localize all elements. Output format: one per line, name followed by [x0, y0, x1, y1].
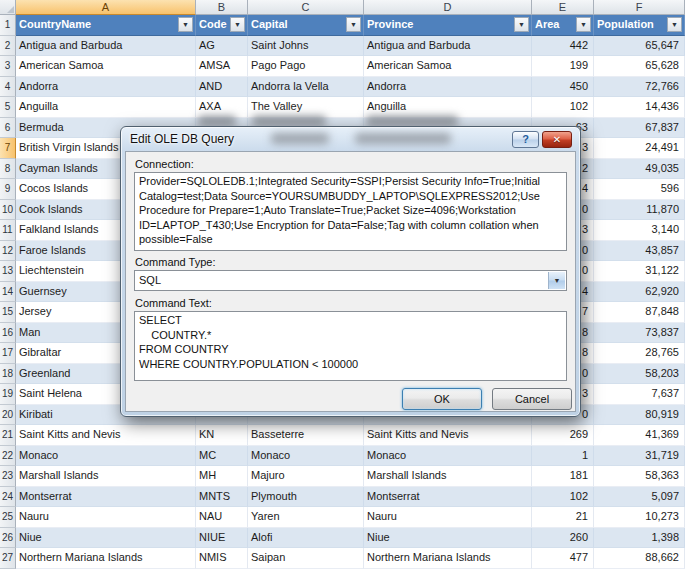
cell-E4[interactable]: 450: [532, 77, 594, 98]
cell-A23[interactable]: Marshall Islands: [16, 466, 196, 487]
filter-dropdown-icon[interactable]: ▼: [667, 17, 682, 32]
cell-F17[interactable]: 28,765: [594, 343, 685, 364]
cell-F7[interactable]: 24,491: [594, 138, 685, 159]
row-header-2[interactable]: 2: [0, 36, 16, 57]
cell-A27[interactable]: Northern Mariana Islands: [16, 548, 196, 569]
cell-F3[interactable]: 65,628: [594, 56, 685, 77]
cell-D22[interactable]: Monaco: [364, 446, 532, 467]
cell-F23[interactable]: 58,363: [594, 466, 685, 487]
cell-F21[interactable]: 41,369: [594, 425, 685, 446]
cell-D3[interactable]: American Samoa: [364, 56, 532, 77]
cell-B21[interactable]: KN: [196, 425, 248, 446]
cell-F22[interactable]: 31,719: [594, 446, 685, 467]
header-cell-A[interactable]: CountryName▼: [16, 15, 196, 36]
combo-dropdown-button[interactable]: ▼: [548, 272, 565, 289]
cell-F16[interactable]: 73,837: [594, 323, 685, 344]
filter-dropdown-icon[interactable]: ▼: [346, 17, 361, 32]
row-header-9[interactable]: 9: [0, 179, 16, 200]
cell-F9[interactable]: 596: [594, 179, 685, 200]
column-header-C[interactable]: C: [248, 0, 364, 15]
cell-F4[interactable]: 72,766: [594, 77, 685, 98]
cell-D26[interactable]: Niue: [364, 528, 532, 549]
row-header-20[interactable]: 20: [0, 405, 16, 426]
cell-D24[interactable]: Montserrat: [364, 487, 532, 508]
cell-F8[interactable]: 49,035: [594, 159, 685, 180]
cell-B24[interactable]: MNTS: [196, 487, 248, 508]
cell-E25[interactable]: 21: [532, 507, 594, 528]
cell-A24[interactable]: Montserrat: [16, 487, 196, 508]
cell-C3[interactable]: Pago Pago: [248, 56, 364, 77]
row-header-15[interactable]: 15: [0, 302, 16, 323]
help-button[interactable]: ?: [512, 131, 539, 148]
row-header-3[interactable]: 3: [0, 56, 16, 77]
cell-C23[interactable]: Majuro: [248, 466, 364, 487]
cell-D4[interactable]: Andorra: [364, 77, 532, 98]
cell-F27[interactable]: 88,662: [594, 548, 685, 569]
filter-dropdown-icon[interactable]: ▼: [576, 17, 591, 32]
cell-A22[interactable]: Monaco: [16, 446, 196, 467]
cell-C26[interactable]: Alofi: [248, 528, 364, 549]
filter-dropdown-icon[interactable]: ▼: [514, 17, 529, 32]
cell-F18[interactable]: 58,203: [594, 364, 685, 385]
ok-button[interactable]: OK: [402, 388, 482, 410]
row-header-6[interactable]: 6: [0, 118, 16, 139]
row-header-12[interactable]: 12: [0, 241, 16, 262]
cell-C27[interactable]: Saipan: [248, 548, 364, 569]
cell-C24[interactable]: Plymouth: [248, 487, 364, 508]
cell-B22[interactable]: MC: [196, 446, 248, 467]
column-header-F[interactable]: F: [594, 0, 685, 15]
cell-E2[interactable]: 442: [532, 36, 594, 57]
row-header-5[interactable]: 5: [0, 97, 16, 118]
row-header-24[interactable]: 24: [0, 487, 16, 508]
cell-A4[interactable]: Andorra: [16, 77, 196, 98]
cell-B27[interactable]: NMIS: [196, 548, 248, 569]
row-header-4[interactable]: 4: [0, 77, 16, 98]
command-type-combobox[interactable]: SQL ▼: [134, 270, 567, 291]
cell-F12[interactable]: 43,857: [594, 241, 685, 262]
cell-F11[interactable]: 3,140: [594, 220, 685, 241]
row-header-1[interactable]: 1: [0, 15, 16, 36]
row-header-19[interactable]: 19: [0, 384, 16, 405]
column-header-B[interactable]: B: [196, 0, 248, 15]
cell-F13[interactable]: 31,122: [594, 261, 685, 282]
cell-E26[interactable]: 260: [532, 528, 594, 549]
command-text-textbox[interactable]: SELECT COUNTRY.* FROM COUNTRY WHERE COUN…: [134, 311, 567, 381]
column-header-A[interactable]: A: [16, 0, 196, 15]
header-cell-F[interactable]: Population▼: [594, 15, 685, 36]
cell-F2[interactable]: 65,647: [594, 36, 685, 57]
select-all-corner[interactable]: [0, 0, 16, 15]
cell-E23[interactable]: 181: [532, 466, 594, 487]
cell-E24[interactable]: 102: [532, 487, 594, 508]
cell-C4[interactable]: Andorra la Vella: [248, 77, 364, 98]
cell-F14[interactable]: 62,920: [594, 282, 685, 303]
dialog-titlebar[interactable]: Edit OLE DB Query ? ✕: [121, 127, 580, 151]
cell-C21[interactable]: Basseterre: [248, 425, 364, 446]
header-cell-E[interactable]: Area▼: [532, 15, 594, 36]
cell-B2[interactable]: AG: [196, 36, 248, 57]
row-header-10[interactable]: 10: [0, 200, 16, 221]
close-icon[interactable]: ✕: [542, 131, 572, 148]
cell-C2[interactable]: Saint Johns: [248, 36, 364, 57]
row-header-25[interactable]: 25: [0, 507, 16, 528]
cell-A5[interactable]: Anguilla: [16, 97, 196, 118]
cell-E27[interactable]: 477: [532, 548, 594, 569]
column-header-D[interactable]: D: [364, 0, 532, 15]
cell-B4[interactable]: AND: [196, 77, 248, 98]
cell-B25[interactable]: NAU: [196, 507, 248, 528]
cell-F20[interactable]: 80,919: [594, 405, 685, 426]
cancel-button[interactable]: Cancel: [492, 388, 572, 410]
cell-D25[interactable]: Nauru: [364, 507, 532, 528]
row-header-13[interactable]: 13: [0, 261, 16, 282]
cell-A21[interactable]: Saint Kitts and Nevis: [16, 425, 196, 446]
cell-F19[interactable]: 7,637: [594, 384, 685, 405]
row-header-18[interactable]: 18: [0, 364, 16, 385]
filter-dropdown-icon[interactable]: ▼: [230, 17, 245, 32]
row-header-8[interactable]: 8: [0, 159, 16, 180]
cell-A25[interactable]: Nauru: [16, 507, 196, 528]
cell-D23[interactable]: Marshall Islands: [364, 466, 532, 487]
connection-textbox[interactable]: Provider=SQLOLEDB.1;Integrated Security=…: [134, 172, 567, 251]
cell-F6[interactable]: 67,837: [594, 118, 685, 139]
header-cell-B[interactable]: Code▼: [196, 15, 248, 36]
cell-B3[interactable]: AMSA: [196, 56, 248, 77]
cell-A2[interactable]: Antigua and Barbuda: [16, 36, 196, 57]
